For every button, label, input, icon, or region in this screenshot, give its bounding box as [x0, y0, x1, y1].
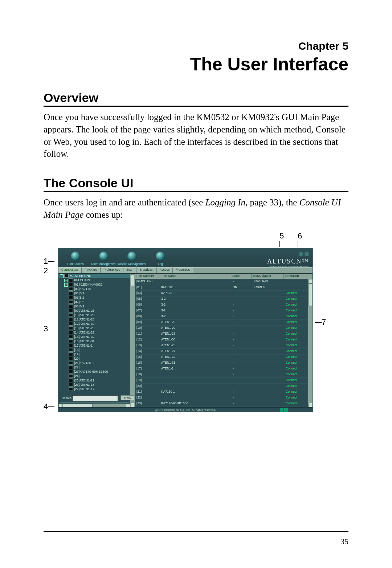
grid-row[interactable]: [17]ATEN1-1-Connect	[135, 366, 313, 372]
grid-row[interactable]: [06]3-2-Connect	[135, 302, 313, 308]
grid-row[interactable]: [16]ATEN1-31-Connect	[135, 360, 313, 366]
tree-item[interactable]: [15]ATEN1-32	[58, 335, 135, 339]
grid-row[interactable]: [13]ATEN1-26-Connect	[135, 343, 313, 349]
grid-row[interactable]: [05]3-2-Connect	[135, 297, 313, 302]
cell-port-number: [12]	[135, 337, 160, 343]
tree-item[interactable]: [16]ATEN1-31	[58, 339, 135, 343]
tree-item[interactable]: [25]ATEN1-22	[58, 378, 135, 383]
tab-preferences[interactable]: Preferences	[101, 267, 123, 273]
topnav-user-management[interactable]: User Management	[90, 252, 118, 267]
scroll-down-icon[interactable]	[309, 403, 312, 407]
tree-item[interactable]: [03]KA7176	[58, 287, 135, 291]
expand-icon[interactable]: +	[64, 283, 68, 287]
tree-item[interactable]: [23]KA7170-60MB1500	[58, 369, 135, 374]
cell-status: -	[231, 337, 252, 343]
tree-item[interactable]: [05]3-2	[58, 291, 135, 295]
tree-item[interactable]: [12]ATEN1-30	[58, 322, 135, 326]
expand-icon[interactable]: +	[64, 279, 68, 282]
cell-status: -	[231, 395, 252, 401]
tab-connections[interactable]: Connections	[58, 267, 82, 273]
grid-row[interactable]: [12]ATEN1-30-Connect	[135, 337, 313, 343]
tab-broadcast[interactable]: Broadcast	[136, 267, 156, 273]
tree-hscrollbar[interactable]	[58, 404, 130, 407]
device-icon	[69, 291, 73, 295]
tree-item[interactable]: +KM CHAIN	[58, 278, 135, 282]
grid-row[interactable]: [11]ATEN1-28-Connect	[135, 331, 313, 337]
tree-item[interactable]: [10]ATEN1-29	[58, 313, 135, 317]
topnav-port-access[interactable]: Port Access	[61, 252, 90, 267]
tree-item[interactable]: [11]ATEN1-28	[58, 317, 135, 322]
tree-item[interactable]: [20]	[58, 356, 135, 361]
grid-row[interactable]: [03]KA7176-Connect	[135, 291, 313, 297]
show-button[interactable]: Show	[121, 395, 134, 400]
cell-adapter	[252, 291, 284, 296]
tree-item[interactable]: [21]KA7130-1	[58, 361, 135, 365]
scroll-thumb[interactable]	[63, 404, 93, 407]
tree-item[interactable]: −MASTER UNIT	[58, 274, 135, 278]
scroll-thumb[interactable]	[131, 274, 134, 286]
scroll-up-icon[interactable]	[309, 279, 312, 283]
cell-port-number: [08]	[135, 314, 160, 319]
scroll-thumb[interactable]	[309, 283, 312, 306]
grid-row[interactable]: [08]3-2-Connect	[135, 314, 313, 320]
cell-port-number: [06]	[135, 302, 160, 308]
grid-row[interactable]: [KMCHAIN]-KMCHAIN	[135, 279, 313, 285]
tab-access[interactable]: Access	[157, 267, 173, 273]
grid-row[interactable]: [14]ATEN1-27-Connect	[135, 349, 313, 355]
expand-icon[interactable]: −	[60, 274, 64, 278]
cell-port-number: [01]	[135, 285, 160, 290]
scroll-left-icon[interactable]	[58, 404, 63, 407]
tree-item[interactable]: +[01][02][04]KM0032	[58, 282, 135, 287]
tab-properties[interactable]: Properties	[173, 267, 193, 273]
tree-item[interactable]: [24]	[58, 374, 135, 378]
search-input[interactable]	[72, 395, 118, 401]
tree-item[interactable]: [07]3-2	[58, 300, 135, 304]
topnav-device-management[interactable]: Device Management	[118, 252, 146, 267]
grid-row[interactable]: [15]ATEN1-32-Connect	[135, 355, 313, 360]
tree-vscrollbar[interactable]	[130, 274, 135, 407]
grid-row[interactable]: [01]KM0032OnKM0932	[135, 285, 313, 291]
grid-row[interactable]: [19]-Connect	[135, 378, 313, 384]
cell-adapter	[252, 355, 284, 360]
grid-vscrollbar[interactable]	[308, 279, 313, 407]
column-header[interactable]: Operation	[284, 274, 313, 279]
scroll-right-icon[interactable]	[126, 404, 130, 407]
column-header[interactable]: Port Number	[135, 274, 160, 279]
figure-console-ui: 1 2 3 4 5 6 7 Port AccessUser Management…	[44, 231, 348, 420]
grid-row[interactable]: [22]-Connect	[135, 395, 313, 401]
cell-port-name: ATEN1-25	[160, 320, 231, 325]
grid-row[interactable]: [10]ATEN1-29-Connect	[135, 326, 313, 331]
grid-row[interactable]: [20]-Connect	[135, 384, 313, 389]
tree-item[interactable]: [09]ATEN1-25	[58, 308, 135, 313]
tree-item[interactable]: [14]ATEN1-27	[58, 330, 135, 335]
tree-item[interactable]: [19]	[58, 352, 135, 356]
column-header[interactable]: Status	[230, 274, 252, 279]
column-header[interactable]: KVM Adapter	[252, 274, 284, 279]
cell-port-name: ATEN1-29	[160, 326, 231, 331]
grid-row[interactable]: [21]KA7130-1-Connect	[135, 389, 313, 395]
tree-item[interactable]: [22]	[58, 365, 135, 369]
grid-row[interactable]: [23]KA7170-60MB1500-Connect	[135, 401, 313, 407]
device-icon	[64, 274, 69, 278]
grid-row[interactable]: [18]-Connect	[135, 372, 313, 378]
grid-row[interactable]: [09]ATEN1-25-Connect	[135, 320, 313, 326]
tree-item[interactable]: [08]3-2	[58, 304, 135, 308]
tree-item[interactable]: [06]3-2	[58, 295, 135, 300]
brand-name: ALTUSCN	[267, 258, 302, 265]
topnav-log[interactable]: Log	[146, 252, 175, 267]
device-tree[interactable]: −MASTER UNIT+KM CHAIN+[01][02][04]KM0032…	[58, 274, 135, 407]
tree-item[interactable]: [17]ATEN1-1	[58, 343, 135, 348]
tree-item[interactable]: [18]	[58, 348, 135, 352]
scroll-down-icon[interactable]	[131, 403, 134, 407]
tab-scan[interactable]: Scan	[123, 267, 136, 273]
tab-favorites[interactable]: Favorites	[82, 267, 101, 273]
cell-adapter	[252, 366, 284, 372]
tree-item[interactable]: [26]ATEN1-18	[58, 383, 135, 387]
tree-item[interactable]: [27]ATEN1-17	[58, 387, 135, 391]
cell-adapter	[252, 349, 284, 354]
column-header[interactable]: Port Name	[160, 274, 230, 279]
cell-status: -	[231, 349, 252, 354]
device-icon	[69, 313, 73, 317]
grid-row[interactable]: [07]3-2-Connect	[135, 308, 313, 314]
tree-item[interactable]: [13]ATEN1-26	[58, 326, 135, 330]
